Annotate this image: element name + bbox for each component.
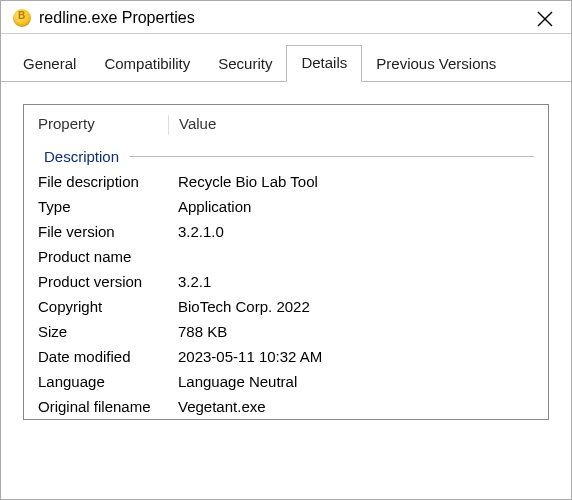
close-button[interactable] xyxy=(525,3,565,35)
value-file-description: Recycle Bio Lab Tool xyxy=(178,173,534,190)
row-size[interactable]: Size 788 KB xyxy=(24,319,548,344)
section-line xyxy=(129,156,534,157)
label-type: Type xyxy=(38,198,178,215)
tab-details[interactable]: Details xyxy=(286,45,362,82)
tab-general[interactable]: General xyxy=(9,47,90,82)
section-title: Description xyxy=(38,148,129,165)
label-date-modified: Date modified xyxy=(38,348,178,365)
section-description: Description xyxy=(24,142,548,169)
app-icon xyxy=(13,9,31,27)
tab-compatibility[interactable]: Compatibility xyxy=(90,47,204,82)
row-product-name[interactable]: Product name xyxy=(24,244,548,269)
label-product-version: Product version xyxy=(38,273,178,290)
tabstrip: General Compatibility Security Details P… xyxy=(1,34,571,82)
value-size: 788 KB xyxy=(178,323,534,340)
header-property: Property xyxy=(38,115,178,135)
titlebar: redline.exe Properties xyxy=(1,1,571,34)
row-original-filename[interactable]: Original filename Vegetant.exe xyxy=(24,394,548,419)
row-product-version[interactable]: Product version 3.2.1 xyxy=(24,269,548,294)
label-language: Language xyxy=(38,373,178,390)
row-language[interactable]: Language Language Neutral xyxy=(24,369,548,394)
value-original-filename: Vegetant.exe xyxy=(178,398,534,415)
value-language: Language Neutral xyxy=(178,373,534,390)
tab-previous-versions[interactable]: Previous Versions xyxy=(362,47,510,82)
value-type: Application xyxy=(178,198,534,215)
tab-security[interactable]: Security xyxy=(204,47,286,82)
row-date-modified[interactable]: Date modified 2023-05-11 10:32 AM xyxy=(24,344,548,369)
value-file-version: 3.2.1.0 xyxy=(178,223,534,240)
row-file-description[interactable]: File description Recycle Bio Lab Tool xyxy=(24,169,548,194)
details-pane: Property Value Description File descript… xyxy=(1,82,571,420)
label-file-description: File description xyxy=(38,173,178,190)
row-file-version[interactable]: File version 3.2.1.0 xyxy=(24,219,548,244)
value-date-modified: 2023-05-11 10:32 AM xyxy=(178,348,534,365)
label-file-version: File version xyxy=(38,223,178,240)
value-copyright: BioTech Corp. 2022 xyxy=(178,298,534,315)
header-divider xyxy=(168,115,169,135)
value-product-name xyxy=(178,248,534,265)
details-header: Property Value xyxy=(24,105,548,142)
properties-dialog: redline.exe Properties General Compatibi… xyxy=(0,0,572,500)
value-product-version: 3.2.1 xyxy=(178,273,534,290)
label-size: Size xyxy=(38,323,178,340)
details-box: Property Value Description File descript… xyxy=(23,104,549,420)
label-product-name: Product name xyxy=(38,248,178,265)
label-copyright: Copyright xyxy=(38,298,178,315)
window-title: redline.exe Properties xyxy=(39,9,195,27)
close-icon xyxy=(537,11,553,27)
header-value: Value xyxy=(179,115,534,135)
label-original-filename: Original filename xyxy=(38,398,178,415)
row-type[interactable]: Type Application xyxy=(24,194,548,219)
row-copyright[interactable]: Copyright BioTech Corp. 2022 xyxy=(24,294,548,319)
